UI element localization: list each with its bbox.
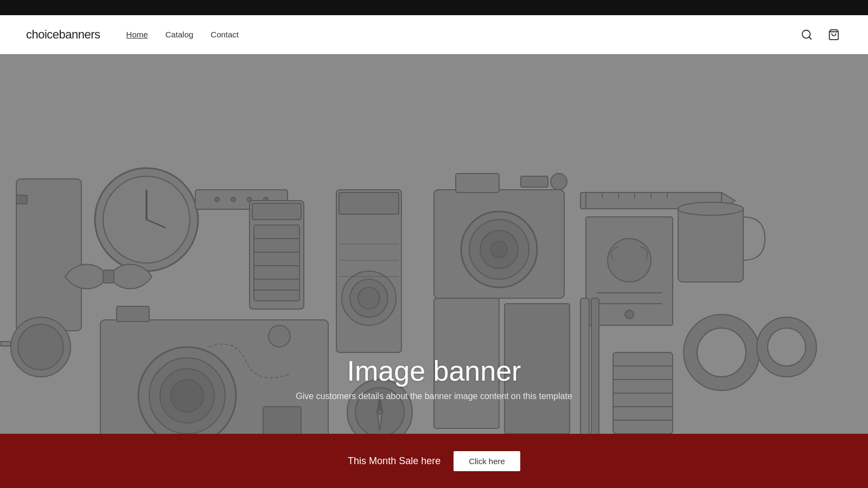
nav-home[interactable]: Home xyxy=(126,30,148,39)
header-left: choicebanners Home Catalog Contact xyxy=(26,28,239,42)
click-here-button[interactable]: Click here xyxy=(454,451,520,471)
sale-text: This Month Sale here xyxy=(348,455,441,467)
svg-rect-59 xyxy=(117,306,149,322)
svg-point-75 xyxy=(697,328,746,377)
svg-rect-33 xyxy=(456,174,499,192)
search-icon xyxy=(801,29,813,41)
svg-point-28 xyxy=(358,287,380,309)
svg-line-1 xyxy=(809,37,811,39)
svg-point-64 xyxy=(269,325,290,347)
svg-point-56 xyxy=(18,324,63,370)
top-bar xyxy=(0,0,868,15)
hero-section: Image banner Give customers details abou… xyxy=(0,54,868,434)
search-button[interactable] xyxy=(799,27,815,43)
svg-rect-15 xyxy=(103,270,114,283)
svg-point-37 xyxy=(491,241,507,258)
svg-rect-17 xyxy=(252,203,301,220)
header-right xyxy=(799,27,842,43)
hero-title: Image banner xyxy=(296,355,572,387)
svg-point-11 xyxy=(215,197,219,202)
svg-rect-5 xyxy=(16,195,27,204)
svg-point-54 xyxy=(678,202,743,215)
svg-point-52 xyxy=(625,310,634,319)
main-nav: Home Catalog Contact xyxy=(126,30,239,39)
svg-rect-25 xyxy=(339,192,399,214)
nav-contact[interactable]: Contact xyxy=(210,30,239,39)
bottom-banner: This Month Sale here Click here xyxy=(0,434,868,488)
svg-point-39 xyxy=(551,174,567,190)
svg-point-12 xyxy=(231,197,235,202)
site-header: choicebanners Home Catalog Contact xyxy=(0,15,868,54)
svg-point-77 xyxy=(768,328,806,366)
svg-point-63 xyxy=(171,380,203,412)
svg-point-49 xyxy=(608,239,651,282)
cart-icon xyxy=(828,29,840,41)
svg-rect-38 xyxy=(521,176,548,187)
nav-catalog[interactable]: Catalog xyxy=(165,30,194,39)
svg-rect-57 xyxy=(0,342,11,346)
svg-rect-53 xyxy=(678,206,743,282)
svg-rect-72 xyxy=(580,298,589,434)
cart-button[interactable] xyxy=(826,27,842,43)
hero-content: Image banner Give customers details abou… xyxy=(296,355,572,434)
hero-subtitle: Give customers details about the banner … xyxy=(296,391,572,401)
logo: choicebanners xyxy=(26,28,100,42)
svg-rect-73 xyxy=(591,298,599,434)
